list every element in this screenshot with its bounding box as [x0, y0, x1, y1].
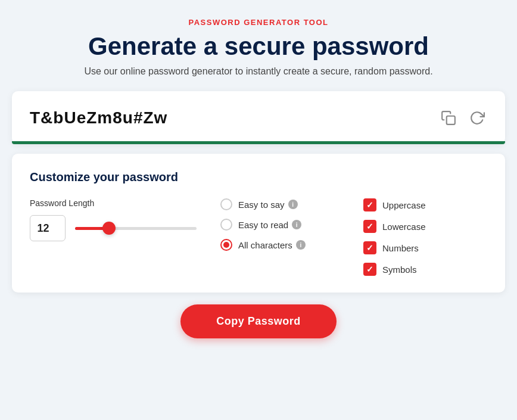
length-label: Password Length	[30, 198, 197, 208]
slider-track	[75, 227, 197, 230]
controls-row: Password Length Easy to say	[30, 198, 487, 276]
slider-thumb[interactable]	[102, 222, 116, 235]
password-card: T&bUeZm8u#Zw	[12, 91, 505, 144]
checkbox-label-uppercase: Uppercase	[382, 200, 426, 210]
page-wrapper: PASSWORD GENERATOR TOOL Generate a secur…	[12, 18, 505, 338]
check-icon-uppercase: ✓	[366, 200, 373, 210]
info-icon-easy-to-say[interactable]: i	[288, 200, 298, 209]
checkbox-box-numbers: ✓	[363, 241, 376, 254]
subtitle: Use our online password generator to ins…	[12, 66, 505, 77]
svg-rect-0	[447, 116, 455, 125]
copy-btn-wrapper: Copy Password	[12, 304, 505, 338]
checkbox-section: ✓ Uppercase ✓ Lowercase ✓ Numbers	[363, 198, 487, 276]
checkbox-label-numbers: Numbers	[382, 243, 419, 253]
info-icon-easy-to-read[interactable]: i	[292, 220, 301, 229]
checkbox-uppercase[interactable]: ✓ Uppercase	[363, 198, 487, 211]
radio-outer-all-characters	[220, 239, 232, 251]
checkbox-label-symbols: Symbols	[382, 265, 417, 275]
strength-bar	[12, 141, 505, 144]
password-row: T&bUeZm8u#Zw	[30, 108, 487, 141]
checkbox-numbers[interactable]: ✓ Numbers	[363, 241, 487, 254]
checkbox-label-lowercase: Lowercase	[382, 222, 426, 232]
radio-label-easy-to-say: Easy to say i	[238, 200, 298, 210]
check-icon-numbers: ✓	[366, 243, 373, 253]
radio-all-characters[interactable]: All characters i	[220, 239, 340, 251]
password-display: T&bUeZm8u#Zw	[30, 108, 167, 127]
length-input-row	[30, 215, 197, 241]
radio-easy-to-read[interactable]: Easy to read i	[220, 219, 340, 231]
char-type-section: Easy to say i Easy to read i	[220, 198, 340, 251]
checkbox-box-symbols: ✓	[363, 263, 376, 276]
radio-easy-to-say[interactable]: Easy to say i	[220, 198, 340, 210]
checkbox-box-uppercase: ✓	[363, 198, 376, 211]
checkbox-lowercase[interactable]: ✓ Lowercase	[363, 220, 487, 233]
slider-wrapper[interactable]	[75, 215, 197, 241]
copy-password-button[interactable]: Copy Password	[180, 304, 337, 338]
customize-title: Customize your password	[30, 170, 487, 184]
length-input[interactable]	[30, 215, 66, 241]
check-icon-lowercase: ✓	[366, 222, 373, 231]
tool-label: PASSWORD GENERATOR TOOL	[12, 18, 505, 27]
radio-outer-easy-to-say	[220, 198, 232, 210]
checkbox-box-lowercase: ✓	[363, 220, 376, 233]
copy-icon-button[interactable]	[438, 108, 459, 128]
radio-inner-all-characters	[223, 242, 229, 248]
password-icons	[438, 108, 487, 128]
checkbox-symbols[interactable]: ✓ Symbols	[363, 263, 487, 276]
radio-outer-easy-to-read	[220, 219, 232, 231]
customize-card: Customize your password Password Length	[12, 154, 505, 293]
refresh-icon-button[interactable]	[467, 108, 487, 128]
radio-label-easy-to-read: Easy to read i	[238, 220, 301, 230]
main-title: Generate a secure password	[12, 33, 505, 60]
length-section: Password Length	[30, 198, 197, 241]
radio-label-all-characters: All characters i	[238, 240, 306, 250]
check-icon-symbols: ✓	[366, 265, 373, 274]
info-icon-all-characters[interactable]: i	[296, 240, 306, 250]
